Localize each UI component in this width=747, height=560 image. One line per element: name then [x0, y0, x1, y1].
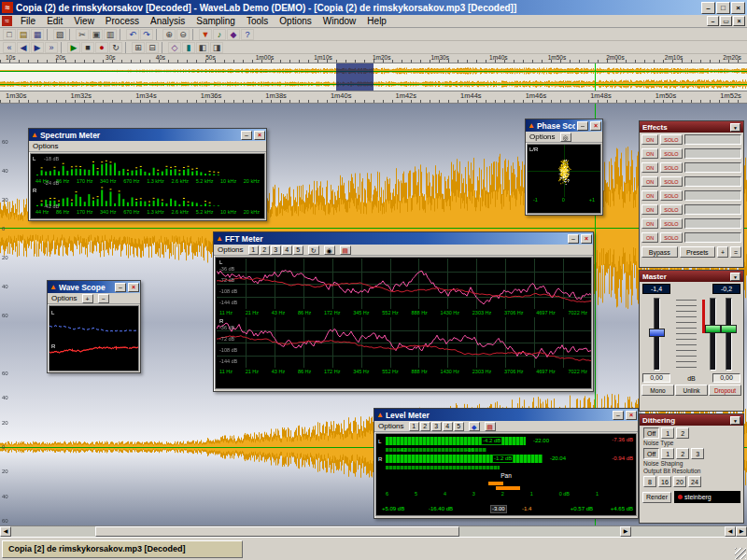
effect-slot[interactable]	[684, 176, 741, 187]
minimize-button[interactable]: –	[701, 2, 715, 14]
noise-type-button[interactable]: 2	[676, 427, 689, 439]
settings-icon[interactable]: ◆	[227, 29, 240, 40]
window-tile-icon[interactable]: ◨	[210, 42, 223, 53]
effect-slot[interactable]	[684, 134, 741, 145]
fader-handle-right-1[interactable]	[705, 325, 721, 333]
minimize-icon[interactable]: –	[115, 283, 126, 292]
preset-button[interactable]: 1	[409, 422, 419, 431]
open-folder-icon[interactable]: ▤	[17, 29, 30, 40]
collapse-icon[interactable]: ▼	[730, 416, 740, 425]
level-meter-titlebar[interactable]: ▲ Level Meter – ×	[374, 409, 638, 421]
effect-slot[interactable]	[684, 162, 741, 173]
scrollbar-thumb[interactable]	[95, 526, 459, 537]
loop-icon[interactable]: ↻	[109, 42, 122, 53]
wave-scope-titlebar[interactable]: ▲ Wave Scope – ×	[48, 281, 140, 293]
panel-scroll-left-icon[interactable]: ◀	[725, 526, 736, 537]
bit-resolution-button[interactable]: 16	[658, 476, 671, 487]
copy-icon[interactable]: ▣	[90, 29, 103, 40]
overview-waveform[interactable]	[0, 63, 747, 91]
effect-solo-button[interactable]: SOLO	[660, 204, 683, 215]
preset-button[interactable]: 1	[248, 245, 259, 255]
horizontal-scrollbar[interactable]: ◀ ▶	[0, 525, 631, 537]
rewind-icon[interactable]: ◀	[17, 42, 30, 53]
zoom-out-icon[interactable]: ⊖	[176, 29, 190, 40]
zoom-in-icon[interactable]: +	[82, 294, 93, 303]
bit-resolution-button[interactable]: 24	[688, 476, 701, 487]
effect-solo-button[interactable]: SOLO	[660, 218, 683, 229]
record-icon[interactable]: ●	[95, 42, 108, 53]
minimize-icon[interactable]: –	[241, 131, 252, 140]
zoom-in-icon[interactable]: ⊕	[162, 29, 176, 40]
globe-icon[interactable]: ◎	[560, 133, 571, 142]
preset-button[interactable]: 3	[271, 245, 281, 255]
menu-item[interactable]: Edit	[41, 16, 68, 26]
overview-pane[interactable]	[0, 63, 747, 91]
presets-button[interactable]: Presets	[680, 246, 716, 258]
noise-shaping-button[interactable]: 3	[691, 448, 704, 459]
effect-solo-button[interactable]: SOLO	[660, 134, 683, 145]
redo-icon[interactable]: ↷	[140, 29, 153, 40]
preset-button[interactable]: 5	[293, 245, 303, 255]
effect-solo-button[interactable]: SOLO	[660, 162, 683, 173]
minimize-icon[interactable]: –	[568, 234, 579, 244]
snap-icon[interactable]: ⊞	[132, 42, 145, 53]
document-tab[interactable]: Copia [2] de rimskykorsakov.mp3 [Decoded…	[2, 540, 243, 558]
effect-slot[interactable]	[684, 204, 741, 215]
forward-icon[interactable]: ▶	[31, 42, 44, 53]
noise-shaping-button[interactable]: 1	[661, 448, 674, 459]
options-menu[interactable]: Options	[529, 133, 556, 141]
titlebar[interactable]: ≈ Copia (2) de rimskykorsakov [Decoded] …	[0, 0, 747, 15]
effect-slot[interactable]	[684, 148, 741, 159]
effect-on-button[interactable]: ON	[641, 232, 658, 243]
effect-solo-button[interactable]: SOLO	[660, 190, 683, 201]
preset-button[interactable]: 2	[420, 422, 430, 431]
minimize-icon[interactable]: –	[577, 121, 588, 131]
effect-solo-button[interactable]: SOLO	[660, 148, 683, 159]
menu-item[interactable]: Help	[361, 16, 392, 26]
render-button[interactable]: Render	[642, 492, 671, 503]
document-minimize-button[interactable]: –	[707, 16, 719, 26]
close-button[interactable]: ×	[731, 2, 745, 14]
paste-icon[interactable]: ▥	[104, 29, 117, 40]
snapshot-icon[interactable]: ◉	[324, 245, 335, 255]
options-menu[interactable]: Options	[378, 422, 404, 430]
preset-button[interactable]: 5	[454, 422, 464, 431]
cut-icon[interactable]: ✂	[76, 29, 89, 40]
fader-track-right-1[interactable]	[710, 298, 716, 371]
analyze-icon[interactable]: ◇	[168, 42, 181, 53]
add-effect-button[interactable]: +	[717, 246, 728, 258]
effect-on-button[interactable]: ON	[641, 176, 658, 187]
play-icon[interactable]: ▶	[67, 42, 80, 53]
undo-icon[interactable]: ↶	[126, 29, 139, 40]
close-icon[interactable]: ×	[590, 121, 601, 131]
bit-resolution-button[interactable]: 8	[643, 476, 656, 487]
preset-button[interactable]: 4	[443, 422, 453, 431]
effect-solo-button[interactable]: SOLO	[660, 232, 683, 243]
close-icon[interactable]: ×	[581, 234, 592, 244]
noise-shaping-off-button[interactable]: Off	[643, 448, 659, 459]
collapse-icon[interactable]: ▼	[730, 273, 740, 281]
options-menu[interactable]: Options	[51, 294, 78, 302]
document-restore-button[interactable]: ▭	[720, 16, 732, 26]
noise-type-off-button[interactable]: Off	[643, 427, 659, 439]
zoom-out-icon[interactable]: −	[98, 294, 109, 303]
goto-end-icon[interactable]: »	[45, 42, 58, 53]
fader-handle-right-2[interactable]	[721, 325, 737, 333]
effect-on-button[interactable]: ON	[641, 190, 658, 201]
presets-icon[interactable]: ▤	[485, 422, 496, 431]
phase-scope-titlebar[interactable]: ▲ Phase Scope – ×	[526, 119, 602, 132]
minimize-icon[interactable]: –	[613, 411, 624, 420]
window-split-icon[interactable]: ◧	[196, 42, 209, 53]
fader-handle-left[interactable]	[649, 329, 665, 337]
spectrum-meter-titlebar[interactable]: ▲ Spectrum Meter – ×	[29, 129, 266, 141]
dropout-button[interactable]: Dropout	[709, 385, 741, 396]
close-icon[interactable]: ×	[128, 283, 139, 292]
save-icon[interactable]: ▦	[31, 29, 44, 40]
print-icon[interactable]: ▧	[53, 29, 66, 40]
menu-item[interactable]: Window	[317, 16, 362, 26]
overview-selection[interactable]	[336, 63, 374, 91]
noise-type-button[interactable]: 1	[661, 427, 674, 439]
collapse-icon[interactable]: ▼	[730, 123, 740, 132]
effect-slot[interactable]	[684, 232, 741, 243]
effect-on-button[interactable]: ON	[641, 148, 658, 159]
